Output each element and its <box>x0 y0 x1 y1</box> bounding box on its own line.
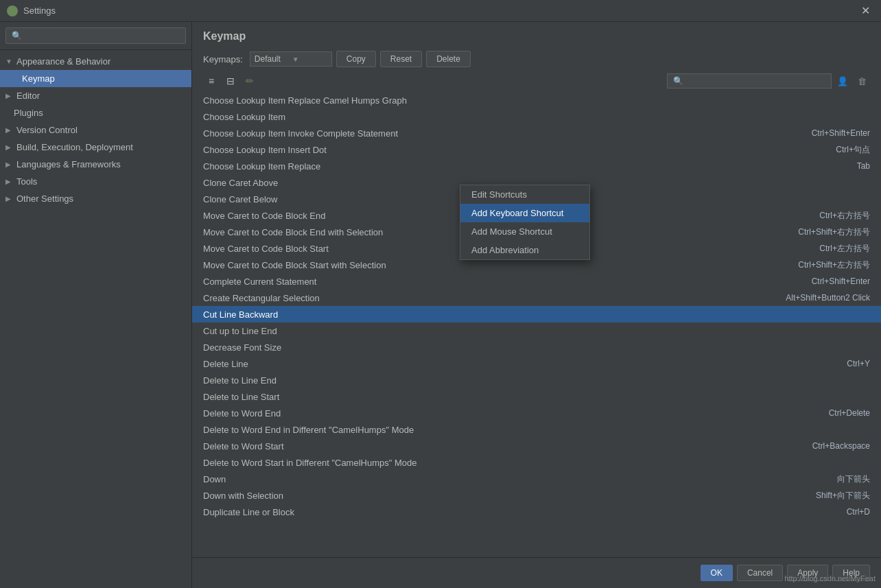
sidebar-search-input[interactable] <box>5 27 186 44</box>
build-arrow <box>5 143 14 152</box>
sidebar-item-appearance[interactable]: Appearance & Behavior <box>0 53 191 70</box>
appearance-arrow <box>5 58 14 66</box>
table-row[interactable]: Decrease Font Size <box>192 339 881 355</box>
table-row-selected[interactable]: Cut Line Backward <box>192 306 881 322</box>
vc-arrow <box>5 126 14 134</box>
table-row[interactable]: Delete to Line End <box>192 372 881 388</box>
sidebar-label-build: Build, Execution, Deployment <box>16 142 133 152</box>
sidebar-item-other[interactable]: Other Settings <box>0 190 191 207</box>
title-bar: Settings ✕ <box>0 0 881 22</box>
sidebar-item-build[interactable]: Build, Execution, Deployment <box>0 139 191 156</box>
window-title: Settings <box>23 5 56 16</box>
edit-button[interactable]: ✏ <box>242 73 258 89</box>
panel-title: Keymap <box>192 22 881 48</box>
help-button[interactable]: Help <box>832 565 870 581</box>
context-menu: Edit Shortcuts Add Keyboard Shortcut Add… <box>460 185 590 260</box>
context-menu-add-keyboard[interactable]: Add Keyboard Shortcut <box>460 204 589 222</box>
keymaps-bar: Keymaps: Default ▼ Copy Reset Delete <box>192 48 881 73</box>
user-icon[interactable]: 👤 <box>834 73 851 89</box>
cancel-button[interactable]: Cancel <box>737 565 783 581</box>
dropdown-arrow-icon: ▼ <box>292 56 327 63</box>
main-content: Appearance & Behavior Keymap Editor Plug… <box>0 22 881 588</box>
copy-button[interactable]: Copy <box>336 51 376 67</box>
table-row[interactable]: Create Rectangular Selection Alt+Shift+B… <box>192 290 881 306</box>
sidebar-label-other: Other Settings <box>16 193 73 204</box>
delete-button[interactable]: Delete <box>426 51 471 67</box>
search-area: 👤 🗑 <box>667 73 870 89</box>
table-row[interactable]: Down 向下箭头 <box>192 471 881 487</box>
sidebar-item-version-control[interactable]: Version Control <box>0 121 191 139</box>
table-row[interactable]: Cut up to Line End <box>192 322 881 339</box>
table-row[interactable]: Choose Lookup Item Replace Tab <box>192 158 881 174</box>
sidebar-item-languages[interactable]: Languages & Frameworks <box>0 156 191 173</box>
sidebar-search-container <box>0 22 191 50</box>
trash-icon[interactable]: 🗑 <box>854 73 870 89</box>
sidebar-label-tools: Tools <box>16 176 37 187</box>
sidebar: Appearance & Behavior Keymap Editor Plug… <box>0 22 192 588</box>
tools-arrow <box>5 178 14 186</box>
table-row[interactable]: Delete to Word Start Ctrl+Backspace <box>192 438 881 454</box>
table-row[interactable]: Delete to Word Start in Different "Camel… <box>192 454 881 471</box>
languages-arrow <box>5 161 14 169</box>
keymap-search-input[interactable] <box>667 73 832 89</box>
table-row[interactable]: Choose Lookup Item Insert Dot Ctrl+句点 <box>192 141 881 158</box>
table-row[interactable]: Delete to Word End Ctrl+Delete <box>192 405 881 421</box>
sidebar-label-keymap: Keymap <box>22 73 55 84</box>
table-row[interactable]: Choose Lookup Item Replace Camel Humps G… <box>192 92 881 108</box>
editor-arrow <box>5 92 14 100</box>
sidebar-item-editor[interactable]: Editor <box>0 87 191 104</box>
table-row[interactable]: Complete Current Statement Ctrl+Shift+En… <box>192 273 881 290</box>
table-row[interactable]: Duplicate Line or Block Ctrl+D <box>192 504 881 520</box>
settings-window: Settings ✕ Appearance & Behavior Keymap <box>0 0 881 588</box>
keymaps-label: Keymaps: <box>203 54 243 64</box>
sidebar-label-appearance: Appearance & Behavior <box>16 56 110 67</box>
keymap-table: Choose Lookup Item Replace Camel Humps G… <box>192 92 881 557</box>
bottom-bar: OK Cancel Apply Help <box>192 557 881 588</box>
collapse-all-button[interactable]: ⊟ <box>222 73 239 89</box>
close-button[interactable]: ✕ <box>857 3 874 19</box>
keymap-dropdown[interactable]: Default ▼ <box>250 51 332 67</box>
table-row[interactable]: Delete to Word End in Different "CamelHu… <box>192 421 881 438</box>
reset-button[interactable]: Reset <box>380 51 422 67</box>
table-row[interactable]: Delete to Line Start <box>192 388 881 405</box>
apply-button[interactable]: Apply <box>787 565 828 581</box>
sidebar-label-languages: Languages & Frameworks <box>16 159 121 169</box>
context-menu-add-abbreviation[interactable]: Add Abbreviation <box>460 241 589 259</box>
right-panel: Keymap Keymaps: Default ▼ Copy Reset Del… <box>192 22 881 588</box>
toolbar-row: ≡ ⊟ ✏ 👤 🗑 <box>192 73 881 92</box>
sidebar-item-plugins[interactable]: Plugins <box>0 104 191 121</box>
table-row[interactable]: Down with Selection Shift+向下箭头 <box>192 487 881 504</box>
table-row[interactable]: Delete Line Ctrl+Y <box>192 355 881 372</box>
context-menu-add-mouse[interactable]: Add Mouse Shortcut <box>460 222 589 241</box>
sidebar-label-plugins: Plugins <box>14 108 43 118</box>
other-arrow <box>5 195 14 203</box>
table-row[interactable]: Choose Lookup Item <box>192 108 881 125</box>
ok-button[interactable]: OK <box>701 565 733 581</box>
app-icon <box>7 5 18 16</box>
sidebar-label-vc: Version Control <box>16 125 78 135</box>
sidebar-item-keymap[interactable]: Keymap <box>0 70 191 87</box>
context-menu-edit-shortcuts[interactable]: Edit Shortcuts <box>460 185 589 204</box>
table-row[interactable]: Choose Lookup Item Invoke Complete State… <box>192 125 881 141</box>
expand-all-button[interactable]: ≡ <box>203 73 220 89</box>
keymap-value: Default <box>255 54 290 64</box>
sidebar-item-tools[interactable]: Tools <box>0 173 191 190</box>
sidebar-label-editor: Editor <box>16 91 40 101</box>
sidebar-items: Appearance & Behavior Keymap Editor Plug… <box>0 50 191 588</box>
